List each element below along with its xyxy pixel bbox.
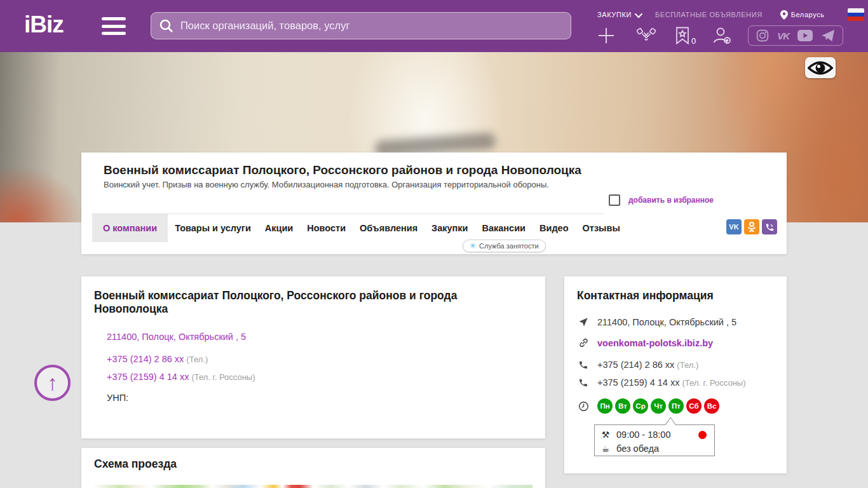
handshake-icon[interactable] <box>637 27 656 44</box>
website-link[interactable]: voenkomat-polotsk.ibiz.by <box>597 338 713 348</box>
about-card: Военный комиссариат Полоцкого, Россонско… <box>81 276 545 438</box>
day-sat[interactable]: Сб <box>686 398 702 414</box>
lunch-row: ☕ без обеда <box>600 442 709 456</box>
add-favorite[interactable]: добавить в избранное <box>609 194 714 206</box>
link-icon <box>577 337 590 348</box>
working-hours: 09:00 - 18:00 <box>616 430 670 440</box>
working-hours-row: ⚒ 09:00 - 18:00 <box>600 428 709 442</box>
youtube-icon[interactable] <box>797 30 813 41</box>
phone-icon <box>577 360 590 370</box>
scroll-top-button[interactable]: ↑ <box>34 365 71 401</box>
contact-title: Контактная информация <box>577 289 714 302</box>
tab-promotions[interactable]: Акции <box>258 214 300 242</box>
about-phone-2: +375 (2159) 4 14 xx (Тел. г. Россоны) <box>107 372 255 382</box>
location-pin-icon <box>780 10 788 20</box>
tab-news[interactable]: Новости <box>300 214 353 242</box>
vk-icon[interactable]: VK <box>726 219 742 234</box>
map-card: Схема проезда <box>81 448 545 488</box>
lunch-note: без обеда <box>616 444 659 454</box>
odnoklassniki-icon[interactable] <box>744 219 759 234</box>
day-sun[interactable]: Вс <box>704 398 719 414</box>
page-title: Военный комиссариат Полоцкого, Россонско… <box>104 163 581 177</box>
phone-icon <box>577 377 590 388</box>
tab-procurement[interactable]: Закупки <box>424 214 475 242</box>
company-social-links: VK <box>726 219 777 234</box>
contact-phone-1: +375 (214) 2 86 xx (Тел.) <box>597 360 698 370</box>
add-user-icon[interactable] <box>712 27 731 44</box>
day-wed[interactable]: Ср <box>633 398 648 414</box>
eye-icon <box>808 60 833 76</box>
unp-label: УНП: <box>107 393 128 403</box>
favorite-checkbox[interactable] <box>609 194 620 206</box>
company-header-card: Военный комиссариат Полоцкого, Россонско… <box>81 152 787 254</box>
map-title: Схема проезда <box>94 458 177 471</box>
contact-phone-row-1: +375 (214) 2 86 xx (Тел.) <box>577 360 698 370</box>
day-thu[interactable]: Чт <box>651 398 666 414</box>
search-bar <box>151 12 571 39</box>
schedule-row: Пн Вт Ср Чт Пт Сб Вс <box>577 398 719 414</box>
about-address-link[interactable]: 211400, Полоцк, Октябрьский , 5 <box>107 332 246 342</box>
contact-phone-2: +375 (2159) 4 14 xx (Тел. г. Россоны) <box>597 377 746 388</box>
tab-ads[interactable]: Объявления <box>353 214 424 242</box>
logo[interactable]: iBiz <box>24 11 64 38</box>
favorite-label: добавить в избранное <box>628 196 714 205</box>
header-social-links: VK <box>748 25 843 46</box>
favorites-count: 0 <box>691 36 696 46</box>
country-selector[interactable]: Беларусь <box>780 10 825 20</box>
phone-link[interactable]: +375 (214) 2 86 xx <box>107 354 184 364</box>
tab-bar: О компании Товары и услуги Акции Новости… <box>92 214 604 242</box>
about-phone-1: +375 (214) 2 86 xx (Тел.) <box>107 354 208 364</box>
about-title: Военный комиссариат Полоцкого, Россонско… <box>94 289 488 316</box>
weekday-circles: Пн Вт Ср Чт Пт Сб Вс <box>597 398 719 414</box>
favorites-bookmark-icon[interactable]: 0 <box>675 27 696 44</box>
day-fri[interactable]: Пт <box>668 398 684 414</box>
page: iBiz ЗАКУПКИ БЕСПЛАТНЫЕ ОБЪЯВЛЕНИЯ Белар… <box>0 0 868 488</box>
map-preview[interactable] <box>94 485 532 488</box>
phone-link[interactable]: +375 (2159) 4 14 xx <box>107 372 189 382</box>
company-subtitle: Воинский учет. Призыв на военную службу.… <box>104 180 549 189</box>
contact-website-row: voenkomat-polotsk.ibiz.by <box>577 337 713 348</box>
tab-vacancies[interactable]: Вакансии <box>475 214 533 242</box>
language-flag-ru-icon[interactable] <box>848 8 864 21</box>
tools-icon: ⚒ <box>600 430 611 440</box>
contact-info-card: Контактная информация 211400, Полоцк, Ок… <box>564 276 787 473</box>
tab-products[interactable]: Товары и услуги <box>168 214 258 242</box>
day-mon[interactable]: Пн <box>597 398 613 414</box>
vk-icon[interactable]: VK <box>777 30 789 41</box>
search-icon <box>159 18 174 34</box>
tab-about[interactable]: О компании <box>92 214 168 242</box>
contact-address-row: 211400, Полоцк, Октябрьский , 5 <box>577 317 736 327</box>
schedule-tooltip: ⚒ 09:00 - 18:00 ☕ без обеда <box>594 424 715 456</box>
visually-impaired-button[interactable] <box>805 57 836 78</box>
chevron-down-icon <box>634 10 642 18</box>
tab-video[interactable]: Видео <box>532 214 576 242</box>
contact-address: 211400, Полоцк, Октябрьский , 5 <box>597 317 736 327</box>
tab-reviews[interactable]: Отзывы <box>576 214 627 242</box>
telegram-icon[interactable] <box>821 29 835 42</box>
search-input[interactable] <box>180 20 563 32</box>
nav-zakupki[interactable]: ЗАКУПКИ <box>597 11 641 18</box>
navigation-arrow-icon <box>577 317 590 327</box>
status-dot <box>698 431 707 439</box>
header: iBiz ЗАКУПКИ БЕСПЛАТНЫЕ ОБЪЯВЛЕНИЯ Белар… <box>0 0 868 52</box>
add-company-plus-icon[interactable] <box>597 27 615 44</box>
instagram-icon[interactable] <box>756 29 769 42</box>
menu-icon[interactable] <box>102 17 126 35</box>
header-icon-row: 0 VK <box>597 23 864 48</box>
contact-phone-row-2: +375 (2159) 4 14 xx (Тел. г. Россоны) <box>577 377 746 388</box>
coffee-cup-icon: ☕ <box>600 444 611 454</box>
employment-asterisk-icon: ✳ <box>470 241 476 250</box>
nav-free-ads[interactable]: БЕСПЛАТНЫЕ ОБЪЯВЛЕНИЯ <box>655 11 763 18</box>
day-tue[interactable]: Вт <box>615 398 630 414</box>
employment-service-badge[interactable]: ✳ Служба занятости <box>463 240 546 252</box>
header-top-nav: ЗАКУПКИ БЕСПЛАТНЫЕ ОБЪЯВЛЕНИЯ Беларусь <box>597 8 864 21</box>
clock-icon <box>577 401 590 412</box>
viber-icon[interactable] <box>762 219 777 234</box>
arrow-up-icon: ↑ <box>47 370 58 395</box>
